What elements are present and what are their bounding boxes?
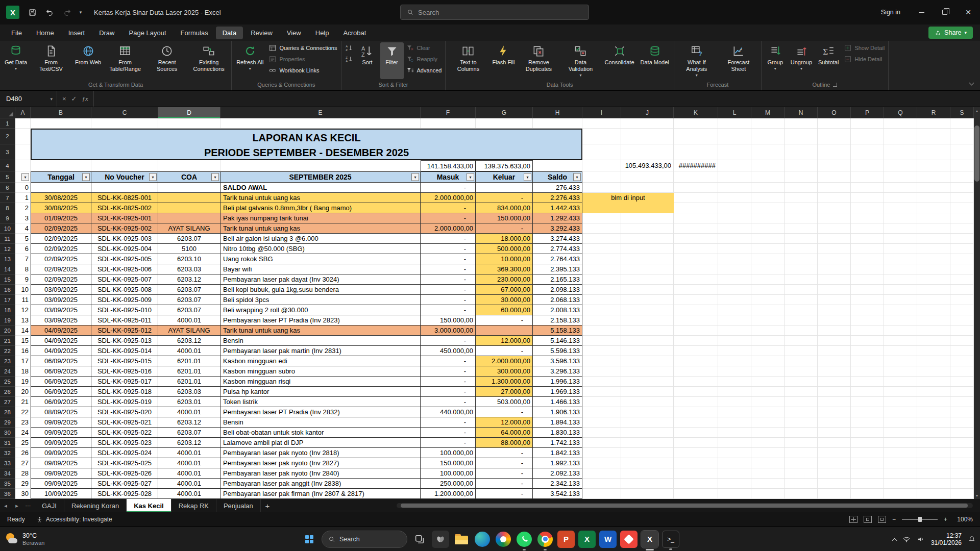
search-box[interactable]: Search — [400, 5, 589, 20]
cell-O7[interactable] — [818, 193, 851, 203]
cell-B36[interactable]: 10/09/2025 — [31, 489, 91, 499]
cell-G18[interactable]: 60.000,00 — [476, 305, 533, 315]
cell-O13[interactable] — [818, 254, 851, 264]
cell-B20[interactable]: 04/09/2025 — [31, 325, 91, 336]
cell-S30[interactable] — [950, 428, 974, 438]
cell-B30[interactable]: 09/09/2025 — [31, 428, 91, 438]
cell-E28[interactable]: Pembayaran laser PT Pradia (Inv 2832) — [220, 407, 421, 417]
col-header-O[interactable]: O — [818, 107, 851, 118]
cell-J30[interactable] — [621, 428, 674, 438]
cell-J16[interactable] — [621, 285, 674, 295]
cell-P11[interactable] — [851, 234, 884, 244]
cell-B4[interactable] — [31, 160, 91, 171]
col-header-J[interactable]: J — [621, 107, 674, 118]
ribbon-button-group[interactable]: Group▾ — [764, 42, 787, 79]
collapse-ribbon-icon[interactable] — [970, 81, 975, 86]
cell-F13[interactable]: - — [421, 254, 476, 264]
cell-H22[interactable]: 5.596.133 — [533, 346, 582, 356]
cell-K28[interactable] — [674, 407, 718, 417]
cell-O35[interactable] — [818, 479, 851, 489]
cell-H18[interactable]: 2.008.133 — [533, 305, 582, 315]
cell-K34[interactable] — [674, 468, 718, 479]
cell-D17[interactable]: 6203.07 — [158, 295, 220, 305]
cell-A6[interactable]: 0 — [15, 183, 31, 193]
cell-F12[interactable]: - — [421, 244, 476, 254]
cell-S12[interactable] — [950, 244, 974, 254]
cell-P28[interactable] — [851, 407, 884, 417]
row-header-27[interactable]: 27 — [0, 397, 15, 407]
cell-N11[interactable] — [785, 234, 818, 244]
cell-G10[interactable]: - — [476, 223, 533, 234]
cell-A25[interactable]: 19 — [15, 377, 31, 387]
cell-K8[interactable] — [674, 203, 718, 213]
cell-E24[interactable]: Kasbon mingguan subro — [220, 366, 421, 377]
row-header-25[interactable]: 25 — [0, 377, 15, 387]
cell-B16[interactable]: 03/09/2025 — [31, 285, 91, 295]
cell-E30[interactable]: Beli obat-obatan untuk stok kantor — [220, 428, 421, 438]
cell-C19[interactable]: SDL-KK-0925-011 — [91, 315, 158, 325]
cell-Q11[interactable] — [884, 234, 917, 244]
cell-L23[interactable] — [718, 356, 751, 366]
cell-N5[interactable] — [785, 171, 818, 183]
cell-J34[interactable] — [621, 468, 674, 479]
cell-K32[interactable] — [674, 448, 718, 458]
filter-button-D[interactable]: ▾ — [211, 173, 219, 181]
cell-A14[interactable]: 8 — [15, 264, 31, 274]
ribbon-button-data-model[interactable]: Data Model — [638, 42, 672, 79]
cell-A4[interactable] — [15, 160, 31, 171]
cell-C30[interactable]: SDL-KK-0925-022 — [91, 428, 158, 438]
cell-D10[interactable]: AYAT SILANG — [158, 223, 220, 234]
cell-I16[interactable] — [582, 285, 621, 295]
cell-R21[interactable] — [917, 336, 950, 346]
cell-E34[interactable]: Pembayaran laser pak nyoto (Inv 2840) — [220, 468, 421, 479]
cell-E12[interactable]: Nitro 10tbg @50.000 (SBG) — [220, 244, 421, 254]
cell-L3[interactable] — [718, 144, 751, 160]
cell-J15[interactable] — [621, 274, 674, 285]
col-header-P[interactable]: P — [851, 107, 884, 118]
sheet-tab-gaji[interactable]: GAJI — [35, 499, 64, 512]
cell-K5[interactable] — [674, 171, 718, 183]
cell-K30[interactable] — [674, 428, 718, 438]
cell-C29[interactable]: SDL-KK-0925-021 — [91, 417, 158, 428]
cell-A16[interactable]: 10 — [15, 285, 31, 295]
cell-R4[interactable] — [917, 160, 950, 171]
cell-P31[interactable] — [851, 438, 884, 448]
row-header-2[interactable]: 2 — [0, 129, 15, 144]
cell-H12[interactable]: 2.774.433 — [533, 244, 582, 254]
cell-K27[interactable] — [674, 397, 718, 407]
cell-Q3[interactable] — [884, 144, 917, 160]
cell-L27[interactable] — [718, 397, 751, 407]
cell-O32[interactable] — [818, 448, 851, 458]
col-header-K[interactable]: K — [674, 107, 718, 118]
cell-E23[interactable]: Kasbon mingguan edi — [220, 356, 421, 366]
row-header-21[interactable]: 21 — [0, 336, 15, 346]
cell-A10[interactable]: 4 — [15, 223, 31, 234]
cell-B25[interactable]: 06/09/2025 — [31, 377, 91, 387]
cell-M8[interactable] — [751, 203, 785, 213]
ribbon-button-recent-sources[interactable]: Recent Sources — [146, 42, 187, 79]
cell-G36[interactable]: - — [476, 489, 533, 499]
cell-P24[interactable] — [851, 366, 884, 377]
cell-F9[interactable]: - — [421, 213, 476, 223]
cell-I28[interactable] — [582, 407, 621, 417]
cell-H13[interactable]: 2.764.433 — [533, 254, 582, 264]
cell-M5[interactable] — [751, 171, 785, 183]
cell-O8[interactable] — [818, 203, 851, 213]
cell-F24[interactable]: - — [421, 366, 476, 377]
cell-M21[interactable] — [751, 336, 785, 346]
cell-R9[interactable] — [917, 213, 950, 223]
cell-J14[interactable] — [621, 264, 674, 274]
cell-I27[interactable] — [582, 397, 621, 407]
cell-G8[interactable]: 834.000,00 — [476, 203, 533, 213]
cell-S32[interactable] — [950, 448, 974, 458]
cell-A2[interactable] — [15, 129, 31, 144]
cell-C4[interactable] — [91, 160, 158, 171]
cell-L30[interactable] — [718, 428, 751, 438]
cell-L19[interactable] — [718, 315, 751, 325]
cell-C11[interactable]: SDL-KK-0925-003 — [91, 234, 158, 244]
cell-J22[interactable] — [621, 346, 674, 356]
ribbon-tab-help[interactable]: Help — [309, 27, 336, 39]
cell-M10[interactable] — [751, 223, 785, 234]
cell-A7[interactable]: 1 — [15, 193, 31, 203]
cell-C26[interactable]: SDL-KK-0925-018 — [91, 387, 158, 397]
